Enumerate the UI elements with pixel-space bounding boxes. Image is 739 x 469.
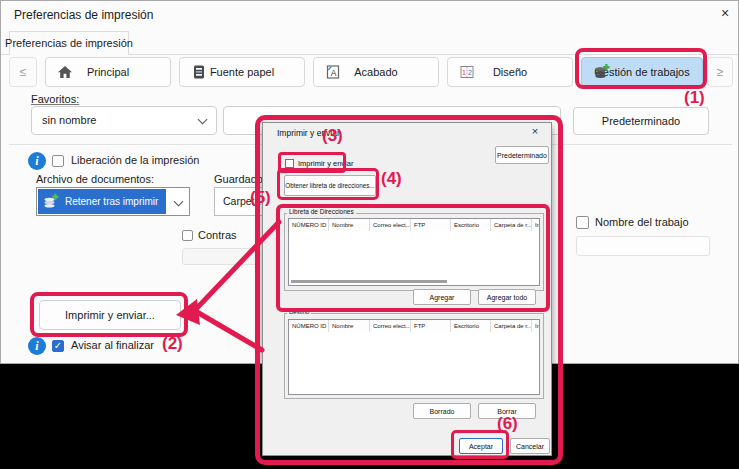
favorites-select[interactable]: sin nombre xyxy=(31,106,217,135)
column-header[interactable]: Carpeta de r... xyxy=(491,320,532,332)
chevron-down-icon xyxy=(174,197,184,207)
address-book-list[interactable]: NÚMERO ID Nombre Correo elect... FTP Esc… xyxy=(288,218,540,286)
layout-icon: 12 xyxy=(459,64,475,80)
dialog-default-label: Predeterminado xyxy=(497,152,547,159)
document-filing-select[interactable]: Retener tras imprimir xyxy=(36,187,190,216)
password-label: Contras xyxy=(198,229,237,241)
favorites-selected-value: sin nombre xyxy=(42,114,96,126)
document-filing-selected: Retener tras imprimir xyxy=(38,189,166,214)
close-icon[interactable]: × xyxy=(525,125,545,139)
print-and-send-dialog: Imprimir y enviar × Predeterminado Impri… xyxy=(262,122,552,456)
default-button-label: Predeterminado xyxy=(602,115,680,127)
print-and-send-button[interactable]: Imprimir y enviar... xyxy=(39,300,181,330)
tab-label: Preferencias de impresión xyxy=(5,37,133,49)
print-and-send-checkbox[interactable] xyxy=(285,159,294,168)
notify-checkbox[interactable]: ✓ xyxy=(52,340,64,352)
get-address-book-label: Obtener libreta de direcciones... xyxy=(285,182,374,189)
job-name-input[interactable] xyxy=(576,236,710,256)
tab-diseno[interactable]: 12 Diseño xyxy=(447,57,573,87)
job-name-label: Nombre del trabajo xyxy=(595,216,689,228)
column-header[interactable]: FTP xyxy=(411,320,451,332)
cancel-button[interactable]: Cancelar xyxy=(510,438,550,454)
add-button[interactable]: Agregar xyxy=(413,289,471,305)
tab-diseno-label: Diseño xyxy=(493,66,527,78)
add-all-button-label: Agregar todo xyxy=(487,294,527,301)
svg-text:A: A xyxy=(331,68,337,78)
info-icon: i xyxy=(28,337,46,355)
delete-button-label: Borrado xyxy=(430,408,455,415)
delete-button[interactable]: Borrado xyxy=(413,403,471,419)
job-name-checkbox[interactable] xyxy=(576,216,589,229)
column-header[interactable]: Escritorio xyxy=(451,320,491,332)
tab-fuente-papel[interactable]: Fuente papel xyxy=(179,57,305,87)
destination-header: NÚMERO ID Nombre Correo elect... FTP Esc… xyxy=(289,320,539,332)
add-all-button[interactable]: Agregar todo xyxy=(478,289,536,305)
destination-list[interactable]: NÚMERO ID Nombre Correo elect... FTP Esc… xyxy=(288,319,540,395)
column-header[interactable]: NÚMERO ID xyxy=(289,219,329,231)
info-icon: i xyxy=(28,152,46,170)
retention-icon xyxy=(42,193,59,210)
cancel-button-label: Cancelar xyxy=(516,443,544,450)
print-release-checkbox[interactable] xyxy=(52,155,64,167)
scroll-tabs-left-button[interactable]: ≤ xyxy=(9,57,37,87)
svg-text:2: 2 xyxy=(468,69,472,76)
column-header[interactable]: Internet xyxy=(532,219,540,231)
column-header[interactable]: Escritorio xyxy=(451,219,491,231)
tab-preferencias-de-impresion[interactable]: Preferencias de impresión xyxy=(9,31,129,55)
get-address-book-button[interactable]: Obtener libreta de direcciones... xyxy=(284,175,376,196)
window-title: Preferencias de impresión xyxy=(14,8,153,22)
svg-text:1: 1 xyxy=(462,69,466,76)
column-header[interactable]: Correo elect... xyxy=(370,219,411,231)
print-and-send-checkbox-label: Imprimir y enviar xyxy=(298,159,353,168)
tab-acabado[interactable]: A Acabado xyxy=(313,57,439,87)
add-button-label: Agregar xyxy=(430,294,455,301)
tab-principal-label: Principal xyxy=(87,66,129,78)
finishing-icon: A xyxy=(325,64,341,80)
tab-gestion-de-trabajos[interactable]: Gestión de trabajos xyxy=(581,57,703,87)
column-header[interactable]: Nombre xyxy=(329,219,370,231)
clear-button-label: Borrar xyxy=(497,408,516,415)
dialog-title: Imprimir y enviar xyxy=(277,128,340,138)
column-header[interactable]: NÚMERO ID xyxy=(289,320,329,332)
address-book-group-label: Libreta de Direcciones xyxy=(287,208,356,215)
job-handling-icon xyxy=(593,64,610,81)
notify-label: Avisar al finalizar xyxy=(71,339,154,351)
horizontal-scrollbar-thumb[interactable] xyxy=(291,280,447,283)
destination-group-label: Destino xyxy=(287,309,311,315)
ok-button[interactable]: Aceptar xyxy=(459,438,503,454)
clear-button[interactable]: Borrar xyxy=(478,403,536,419)
password-checkbox[interactable] xyxy=(182,230,193,241)
tab-principal[interactable]: Principal xyxy=(45,57,171,87)
tab-acabado-label: Acabado xyxy=(354,66,397,78)
dialog-default-button[interactable]: Predeterminado xyxy=(495,146,549,164)
column-header[interactable]: Correo elect... xyxy=(370,320,411,332)
scroll-tabs-right-button[interactable]: ≥ xyxy=(707,57,733,87)
ok-button-label: Aceptar xyxy=(469,443,493,450)
default-button[interactable]: Predeterminado xyxy=(573,107,709,135)
column-header[interactable]: FTP xyxy=(411,219,451,231)
document-filing-label: Archivo de documentos: xyxy=(36,173,154,185)
document-filing-value: Retener tras imprimir xyxy=(65,196,158,207)
address-book-header: NÚMERO ID Nombre Correo elect... FTP Esc… xyxy=(289,219,539,231)
password-input[interactable] xyxy=(182,248,258,265)
column-header[interactable]: Carpeta de r... xyxy=(491,219,532,231)
chevron-down-icon xyxy=(198,115,208,125)
printer-icon xyxy=(191,64,207,80)
print-and-send-button-label: Imprimir y enviar... xyxy=(65,309,155,321)
print-release-label: Liberación de la impresión xyxy=(71,154,199,166)
screenshot-stage: Preferencias de impresión × Preferencias… xyxy=(0,0,739,469)
tab-fuente-papel-label: Fuente papel xyxy=(210,66,274,78)
close-icon[interactable]: × xyxy=(713,5,737,25)
favorites-label: Favoritos: xyxy=(31,93,79,105)
column-header[interactable]: Nombre xyxy=(329,320,370,332)
column-header[interactable]: Internet xyxy=(532,320,540,332)
home-icon xyxy=(57,64,73,80)
